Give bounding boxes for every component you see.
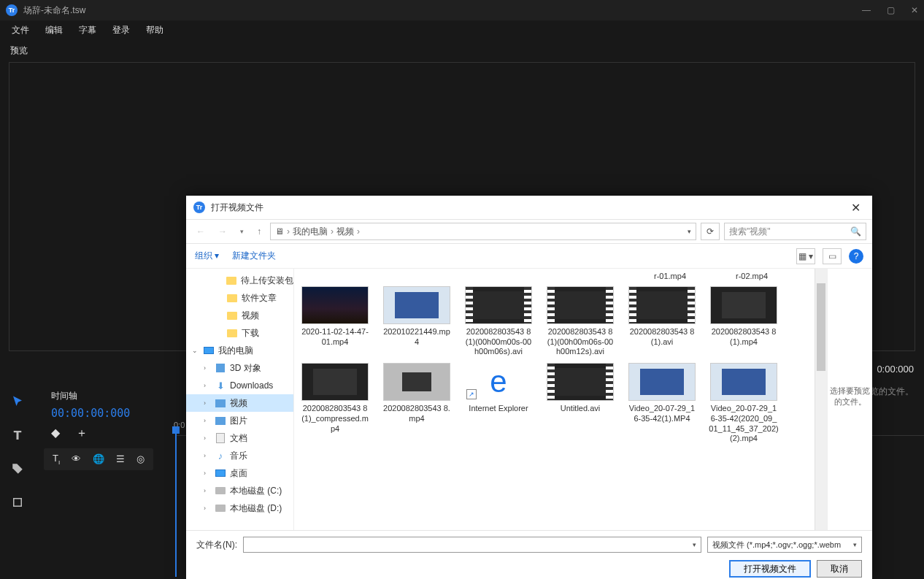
maximize-button[interactable]: ▢ bbox=[887, 5, 895, 15]
file-item[interactable]: 2020082803543 8 (1)(00h00m06s-00h00m12s)… bbox=[545, 286, 615, 357]
search-icon: 🔍 bbox=[850, 226, 861, 237]
dialog-toolbar: 组织 ▾ 新建文件夹 ▦ ▾ ▭ ? bbox=[186, 244, 872, 269]
side-toolbar bbox=[0, 386, 35, 579]
expand-icon[interactable]: › bbox=[204, 364, 211, 372]
file-item[interactable]: Video_20-07-29_16-35-42(1).MP4 bbox=[627, 363, 697, 444]
text-style-icon[interactable]: TI bbox=[53, 453, 60, 466]
tree-item[interactable]: ⌄我的电脑 bbox=[186, 342, 293, 359]
nav-up-icon[interactable]: ↑ bbox=[253, 225, 266, 238]
menu-login[interactable]: 登录 bbox=[105, 22, 137, 39]
tree-item-label: 本地磁盘 (C:) bbox=[230, 485, 282, 497]
file-item[interactable]: Untitled.avi bbox=[545, 363, 615, 444]
menu-edit[interactable]: 编辑 bbox=[38, 22, 70, 39]
file-item[interactable]: 2020082803543 8 (1)(00h00m00s-00h00m06s)… bbox=[463, 286, 534, 357]
tree-item[interactable]: ›本地磁盘 (C:) bbox=[186, 482, 293, 499]
address-bar[interactable]: 🖥 › 我的电脑 › 视频 › ▾ bbox=[270, 223, 696, 240]
tree-item[interactable]: ›文档 bbox=[186, 429, 293, 447]
filetype-select[interactable]: 视频文件 (*.mp4;*.ogv;*.ogg;*.webm▾ bbox=[707, 537, 862, 553]
preview-pane-button[interactable]: ▭ bbox=[823, 248, 842, 264]
file-item[interactable]: 202010221449.mp4 bbox=[382, 286, 452, 357]
visibility-icon[interactable]: 👁 bbox=[72, 453, 81, 464]
tree-item[interactable]: ›本地磁盘 (D:) bbox=[186, 499, 293, 517]
list-icon[interactable]: ☰ bbox=[116, 453, 125, 464]
file-item[interactable]: Video_20-07-29_16-35-42(2020_09_01_11_45… bbox=[709, 363, 779, 444]
menu-subtitle[interactable]: 字幕 bbox=[72, 22, 104, 39]
nav-recent-icon[interactable]: ▾ bbox=[236, 226, 248, 237]
crop-tool-icon[interactable] bbox=[9, 494, 26, 511]
nav-forward-icon[interactable]: → bbox=[214, 225, 231, 238]
marker-icon[interactable]: ◆ bbox=[51, 426, 60, 441]
globe-icon[interactable]: 🌐 bbox=[93, 453, 104, 464]
expand-icon[interactable]: › bbox=[204, 434, 211, 442]
breadcrumb-folder[interactable]: 视频 bbox=[336, 226, 354, 238]
dialog-close-button[interactable]: ✕ bbox=[847, 201, 865, 215]
file-name-residual[interactable]: r-02.mp4 bbox=[717, 272, 787, 282]
file-item[interactable]: 2020082803543 8 (1)_compressed.mp4 bbox=[300, 363, 370, 444]
file-item[interactable]: 2020082803543 8 (1).mp4 bbox=[709, 286, 779, 357]
help-button[interactable]: ? bbox=[849, 249, 863, 264]
file-item[interactable]: e↗Internet Explorer bbox=[463, 363, 534, 444]
menu-file[interactable]: 文件 bbox=[4, 22, 36, 39]
file-name: 2020082803543 8.mp4 bbox=[382, 404, 452, 424]
app-titlebar: Tr 场辞-未命名.tsw — ▢ ✕ bbox=[0, 0, 924, 20]
expand-icon[interactable]: › bbox=[204, 382, 211, 389]
add-marker-icon[interactable]: ＋ bbox=[76, 426, 88, 441]
filename-input[interactable]: ▾ bbox=[243, 537, 701, 553]
close-button[interactable]: ✕ bbox=[911, 5, 918, 15]
tree-item[interactable]: 待上传安装包 bbox=[186, 272, 293, 289]
file-name-residual[interactable]: r-01.mp4 bbox=[635, 272, 705, 282]
view-mode-button[interactable]: ▦ ▾ bbox=[796, 248, 815, 264]
new-folder-button[interactable]: 新建文件夹 bbox=[232, 250, 276, 262]
file-thumb bbox=[301, 286, 369, 324]
minimize-button[interactable]: — bbox=[862, 5, 871, 15]
tree-item-label: 下载 bbox=[242, 327, 259, 340]
expand-icon[interactable]: › bbox=[204, 452, 211, 459]
file-name: Internet Explorer bbox=[469, 404, 528, 414]
text-tool-icon[interactable] bbox=[9, 426, 26, 444]
timeline-playhead[interactable] bbox=[175, 431, 177, 577]
file-thumb bbox=[301, 363, 369, 401]
timeline-label: 时间轴 bbox=[44, 387, 175, 405]
file-name: Untitled.avi bbox=[561, 404, 600, 414]
file-item[interactable]: 2020-11-02-14-47-01.mp4 bbox=[300, 286, 370, 357]
tree-item[interactable]: 软件文章 bbox=[186, 289, 293, 307]
search-input[interactable]: 搜索"视频" 🔍 bbox=[724, 223, 866, 240]
expand-icon[interactable]: › bbox=[204, 399, 211, 407]
tree-item[interactable]: 下载 bbox=[186, 324, 293, 342]
tree-item[interactable]: ›♪音乐 bbox=[186, 447, 293, 464]
tree-item[interactable]: ›3D 对象 bbox=[186, 359, 293, 377]
tag-tool-icon[interactable] bbox=[9, 460, 26, 478]
cancel-button[interactable]: 取消 bbox=[817, 560, 862, 578]
file-scrollbar[interactable] bbox=[815, 269, 827, 530]
file-name: 2020-11-02-14-47-01.mp4 bbox=[300, 327, 370, 348]
tree-item[interactable]: ›桌面 bbox=[186, 464, 293, 482]
tree-item[interactable]: 视频 bbox=[186, 307, 293, 324]
breadcrumb-root[interactable]: 我的电脑 bbox=[293, 226, 328, 238]
app-logo-icon: Tr bbox=[6, 4, 18, 16]
expand-icon[interactable]: ⌄ bbox=[192, 347, 199, 354]
expand-icon[interactable]: › bbox=[204, 487, 211, 494]
open-button[interactable]: 打开视频文件 bbox=[729, 560, 811, 578]
tree-item-label: 图片 bbox=[230, 415, 247, 427]
tree-item[interactable]: ›视频 bbox=[186, 394, 293, 412]
tree-item-label: 3D 对象 bbox=[230, 362, 261, 375]
file-item[interactable]: 2020082803543 8 (1).avi bbox=[627, 286, 697, 357]
tree-item-label: 待上传安装包 bbox=[241, 275, 293, 287]
filename-label: 文件名(N): bbox=[196, 539, 237, 551]
organize-button[interactable]: 组织 ▾ bbox=[195, 250, 219, 262]
search-placeholder: 搜索"视频" bbox=[729, 226, 850, 238]
record-icon[interactable]: ◎ bbox=[136, 453, 145, 464]
tree-item[interactable]: ›图片 bbox=[186, 412, 293, 429]
file-item[interactable]: 2020082803543 8.mp4 bbox=[382, 363, 452, 444]
address-dropdown-icon[interactable]: ▾ bbox=[688, 228, 691, 235]
tree-item[interactable]: ›⬇Downloads bbox=[186, 377, 293, 394]
expand-icon[interactable]: › bbox=[204, 505, 211, 512]
nav-back-icon[interactable]: ← bbox=[192, 225, 209, 238]
expand-icon[interactable]: › bbox=[204, 469, 211, 477]
menu-help[interactable]: 帮助 bbox=[139, 22, 171, 39]
tree-item-label: Downloads bbox=[230, 380, 273, 391]
refresh-button[interactable]: ⟳ bbox=[701, 223, 720, 240]
cursor-tool-icon[interactable] bbox=[9, 393, 26, 410]
expand-icon[interactable]: › bbox=[204, 417, 211, 424]
address-root-icon: 🖥 bbox=[275, 226, 284, 237]
